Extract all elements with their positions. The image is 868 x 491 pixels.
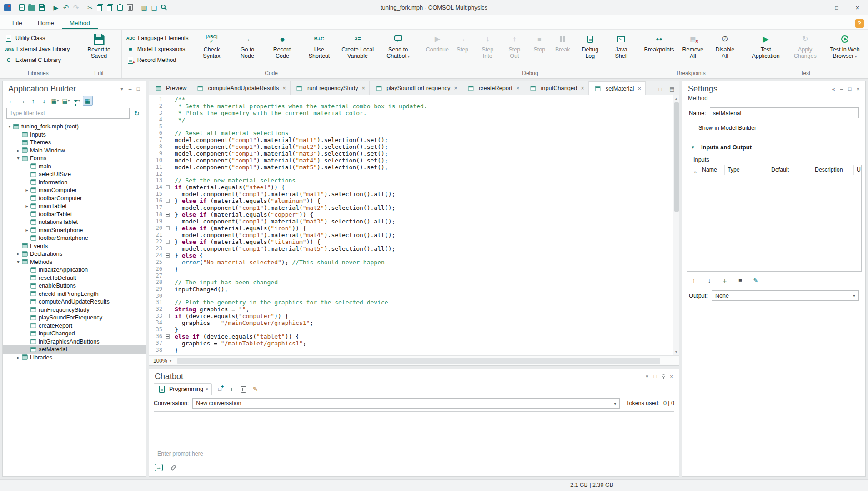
float-icon[interactable]: □: [135, 86, 142, 93]
close-tab-icon[interactable]: ×: [454, 85, 457, 91]
move-up-icon[interactable]: ↑: [689, 275, 699, 286]
filter-icon[interactable]: ▾: [72, 96, 82, 106]
maximize-icon[interactable]: □: [826, 0, 847, 15]
tree-item-maintablet[interactable]: ▸mainTablet: [3, 202, 146, 210]
paste-icon[interactable]: [115, 2, 125, 13]
fold-marker[interactable]: [166, 253, 170, 258]
trash-icon[interactable]: [239, 385, 248, 394]
close-tab-icon[interactable]: ×: [282, 85, 286, 91]
editor-tab-inputchanged[interactable]: inputChanged×: [524, 81, 589, 95]
method-name-input[interactable]: [710, 107, 859, 118]
tree-item-resettodefault[interactable]: resetToDefault: [3, 274, 146, 282]
tree-item-information[interactable]: information: [3, 178, 146, 187]
dock-left-icon[interactable]: «: [830, 86, 837, 93]
tree-chevron-icon[interactable]: ▸: [15, 251, 21, 256]
form-settings-icon[interactable]: ▦: [139, 2, 149, 13]
tree-item-selectuisize[interactable]: selectUISize: [3, 170, 146, 178]
back-icon[interactable]: ←: [6, 96, 16, 106]
tree-item-runfrequencystudy[interactable]: runFrequencyStudy: [3, 306, 146, 314]
editor-tab-runfrequencystudy[interactable]: runFrequencyStudy×: [291, 81, 370, 95]
move-down-icon[interactable]: ↓: [704, 275, 714, 286]
fold-marker[interactable]: [166, 314, 170, 318]
tree-chevron-icon[interactable]: ▸: [15, 355, 21, 360]
tree-item-mainsmartphone[interactable]: ▸mainSmartphone: [3, 226, 146, 234]
tree-item-playsoundforfrequency[interactable]: playSoundForFrequency: [3, 314, 146, 322]
minimize-icon[interactable]: –: [805, 0, 826, 15]
fold-marker[interactable]: [166, 185, 170, 189]
debug-log-button[interactable]: Debug Log: [574, 31, 606, 69]
view-grid-icon[interactable]: ▦▾: [50, 96, 60, 106]
open-icon[interactable]: [27, 2, 37, 13]
chat-message-area[interactable]: [154, 411, 674, 445]
output-dropdown[interactable]: None: [712, 290, 859, 301]
remove-all-button[interactable]: ▦×Remove All: [677, 31, 709, 69]
tree-chevron-icon[interactable]: ▾: [6, 124, 13, 129]
ribbon-tab-method[interactable]: Method: [62, 16, 98, 29]
tree-item-notationstablet[interactable]: notationsTablet: [3, 218, 146, 226]
external-c-library-button[interactable]: CExternal C Library: [5, 56, 70, 64]
editor-tab-createreport[interactable]: createReport×: [462, 81, 524, 95]
undo-icon[interactable]: ↶: [61, 2, 71, 13]
cut-icon[interactable]: ✂: [85, 2, 95, 13]
save-icon[interactable]: [37, 2, 47, 13]
tree-item-methods[interactable]: ▾Methods: [3, 258, 146, 266]
ribbon-tab-home[interactable]: Home: [30, 16, 62, 29]
send-to-chatbot-button[interactable]: Send to Chatbot ▾: [378, 31, 418, 69]
fold-marker[interactable]: [166, 226, 170, 230]
show-in-model-builder-checkbox[interactable]: [689, 125, 695, 131]
tree-chevron-icon[interactable]: ▸: [24, 203, 30, 208]
utility-class-button[interactable]: Utility Class: [5, 35, 70, 42]
edit-list-icon[interactable]: ≡: [735, 275, 745, 286]
minimize-panel-icon[interactable]: –: [126, 86, 134, 93]
close-tab-icon[interactable]: ×: [516, 85, 520, 91]
app-logo-icon[interactable]: [3, 2, 13, 13]
scrollbar-thumb[interactable]: [674, 102, 679, 212]
close-tab-icon[interactable]: ×: [637, 85, 641, 92]
refresh-icon[interactable]: ↻: [132, 108, 142, 119]
fold-marker[interactable]: [166, 213, 170, 217]
close-icon[interactable]: ×: [847, 0, 868, 15]
model-expressions-button[interactable]: ≡Model Expressions: [126, 46, 189, 53]
tree-item-themes[interactable]: Themes: [3, 138, 146, 147]
tree-item-toolbartablet[interactable]: toolbarTablet: [3, 210, 146, 218]
horizontal-scrollbar[interactable]: [176, 356, 679, 365]
copy-icon[interactable]: [95, 2, 105, 13]
vertical-scrollbar[interactable]: [673, 95, 679, 355]
record-code-button[interactable]: ●Record Code: [264, 31, 301, 69]
close-panel-icon[interactable]: ×: [854, 86, 862, 93]
editor-tab-preview[interactable]: Preview: [149, 81, 191, 95]
add-icon[interactable]: +: [227, 385, 236, 394]
go-to-node-button[interactable]: →Go to Node: [231, 31, 263, 69]
tree-item-forms[interactable]: ▾Forms: [3, 154, 146, 162]
tree-chevron-icon[interactable]: ▸: [24, 187, 30, 192]
tree-item-createreport[interactable]: createReport: [3, 322, 146, 330]
fold-marker[interactable]: [166, 199, 170, 203]
zoom-icon[interactable]: [159, 2, 169, 13]
send-icon[interactable]: →: [154, 462, 164, 473]
disable-all-button[interactable]: ∅Disable All: [710, 31, 740, 69]
tree-item-maincomputer[interactable]: ▸mainComputer: [3, 186, 146, 194]
redo-icon[interactable]: ↷: [71, 2, 81, 13]
tree-item-libraries[interactable]: ▸Libraries: [3, 354, 146, 362]
tree-item-toolbarsmartphone[interactable]: toolbarSmartphone: [3, 234, 146, 242]
tree-item-initializeapplication[interactable]: initializeApplication: [3, 266, 146, 274]
window-layout-icon[interactable]: ▤: [149, 2, 159, 13]
chat-prompt-input[interactable]: [154, 448, 674, 459]
help-icon[interactable]: ?: [854, 18, 864, 29]
inputs-table-body[interactable]: [687, 175, 861, 271]
java-shell-button[interactable]: Java Shell: [606, 31, 636, 69]
fold-marker[interactable]: [166, 334, 170, 339]
run-icon[interactable]: ▶: [51, 2, 61, 13]
language-elements-button[interactable]: ABCLanguage Elements: [126, 35, 189, 42]
ribbon-tab-file[interactable]: File: [5, 16, 30, 29]
chevron-down-icon[interactable]: ▾: [643, 373, 651, 380]
new-conversation-icon[interactable]: □+: [216, 385, 225, 394]
tree-item-toolbarcomputer[interactable]: toolbarComputer: [3, 194, 146, 202]
zoom-dropdown[interactable]: 100% ▾: [149, 356, 176, 365]
edit-icon[interactable]: ✎: [751, 275, 761, 286]
use-shortcut-button[interactable]: B+CUse Shortcut: [301, 31, 337, 69]
check-syntax-button[interactable]: [ABC]✓Check Syntax: [192, 31, 231, 69]
conversation-dropdown[interactable]: New conversation: [192, 398, 620, 409]
tree-item-tuning-fork-mph-root[interactable]: ▾tuning_fork.mph (root): [3, 122, 146, 131]
tree-chevron-icon[interactable]: ▾: [15, 156, 21, 161]
